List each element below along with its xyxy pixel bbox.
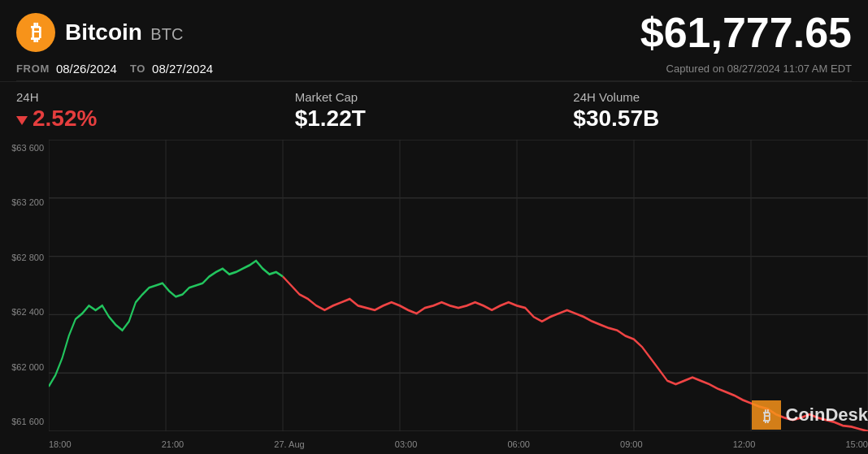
x-label-4: 03:00 [395, 439, 418, 449]
btc-icon: ₿ [16, 13, 55, 52]
x-label-1: 18:00 [49, 439, 72, 449]
to-label: TO [130, 63, 145, 75]
coin-ticker: BTC [150, 25, 183, 43]
coindesk-name: CoinDesk [786, 404, 868, 426]
x-label-2: 21:00 [162, 439, 184, 449]
y-label-6: $61 600 [0, 417, 49, 426]
x-label-7: 12:00 [733, 439, 756, 449]
coin-name: Bitcoin [65, 19, 142, 45]
coindesk-icon: ₿ [752, 400, 781, 430]
x-label-3: 27. Aug [274, 439, 304, 449]
coindesk-logo: ₿ CoinDesk [752, 400, 868, 430]
y-label-5: $62 000 [0, 362, 49, 372]
stat-market-cap: Market Cap $1.22T [295, 90, 574, 132]
change-label: 24H [16, 90, 295, 104]
to-date: 08/27/2024 [152, 62, 213, 76]
volume-label: 24H Volume [573, 90, 852, 104]
y-label-1: $63 600 [0, 143, 49, 153]
y-label-3: $62 800 [0, 253, 49, 262]
stat-24h-change: 24H 2.52% [16, 90, 295, 132]
change-value: 2.52% [16, 106, 295, 132]
from-date: 08/26/2024 [56, 62, 117, 76]
y-label-2: $63 200 [0, 197, 49, 207]
price-display: $61,777.65 [640, 11, 852, 54]
main-container: ₿ Bitcoin BTC $61,777.65 FROM 08/26/2024… [0, 0, 868, 454]
market-cap-label: Market Cap [295, 90, 574, 104]
x-label-8: 15:00 [845, 439, 868, 449]
volume-value: $30.57B [573, 106, 852, 132]
svg-text:₿: ₿ [762, 409, 770, 425]
date-range-row: FROM 08/26/2024 TO 08/27/2024 Captured o… [0, 60, 868, 80]
chart-area: $63 600 $63 200 $62 800 $62 400 $62 000 … [0, 140, 868, 454]
coin-identity: ₿ Bitcoin BTC [16, 13, 183, 52]
stats-row: 24H 2.52% Market Cap $1.22T 24H Volume $… [0, 81, 868, 136]
arrow-down-icon [16, 116, 28, 125]
y-axis-labels: $63 600 $63 200 $62 800 $62 400 $62 000 … [0, 140, 49, 430]
x-label-5: 06:00 [507, 439, 530, 449]
header: ₿ Bitcoin BTC $61,777.65 [0, 0, 868, 60]
current-price: $61,777.65 [640, 11, 852, 54]
date-range: FROM 08/26/2024 TO 08/27/2024 [16, 62, 213, 76]
captured-timestamp: Captured on 08/27/2024 11:07 AM EDT [666, 63, 852, 75]
price-chart [49, 140, 868, 431]
from-label: FROM [16, 63, 50, 75]
x-label-6: 09:00 [620, 439, 643, 449]
x-axis-labels: 18:00 21:00 27. Aug 03:00 06:00 09:00 12… [49, 435, 868, 454]
y-label-4: $62 400 [0, 307, 49, 317]
stat-volume: 24H Volume $30.57B [573, 90, 852, 132]
coin-name-group: Bitcoin BTC [65, 19, 183, 45]
market-cap-value: $1.22T [295, 106, 574, 132]
